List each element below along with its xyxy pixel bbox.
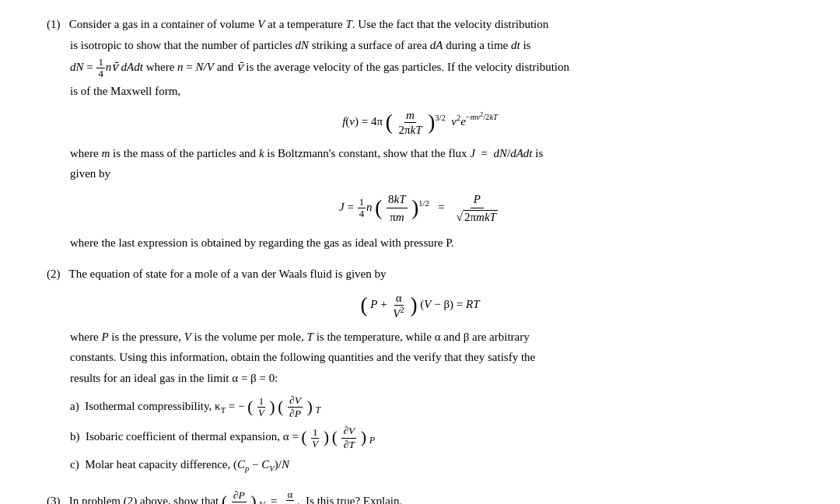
document-content: (1) Consider a gas in a container of vol… <box>47 16 793 504</box>
problem-3: (3) In problem (2) above, show that ( ∂P… <box>47 489 793 504</box>
problem-1-line2: is isotropic to show that the number of … <box>70 37 793 54</box>
problem-1-number: (1) <box>47 18 61 30</box>
problem-1-line6: given by <box>70 165 793 183</box>
problem-1-line3: dN = 14nv̄ dAdt where n = N/V and v̄ is … <box>70 57 793 79</box>
vdw-equation: ( P + α V2 ) (V − β) = RT <box>47 291 793 320</box>
problem-1-line4: is of the Maxwell form, <box>70 82 793 100</box>
sub-c-label: c) Molar heat capacity difference, (Cp −… <box>70 458 289 471</box>
problem-2-line2: where P is the pressure, V is the volume… <box>70 328 793 346</box>
sub-item-b: b) Isobaric coefficient of thermal expan… <box>70 425 793 450</box>
sub-item-c: c) Molar heat capacity difference, (Cp −… <box>70 456 793 475</box>
sub-a-label: a) Isothermal compressibility, κT = − <box>70 400 244 412</box>
j-equation: J = 14n ( 8kT πm )1/2 = P √2πmkT <box>47 191 793 226</box>
problem-2-line1: (2) The equation of state for a mole of … <box>47 265 793 283</box>
problem-1: (1) Consider a gas in a container of vol… <box>47 16 793 251</box>
sub-item-a: a) Isothermal compressibility, κT = − ( … <box>70 394 793 420</box>
problem-3-line1: (3) In problem (2) above, show that ( ∂P… <box>47 489 793 504</box>
fv-equation: f(v) = 4π ( m 2πkT )3/2 v2e−mv2/2kT <box>47 108 793 137</box>
sub-b-label: b) Isobaric coefficient of thermal expan… <box>70 431 299 443</box>
problem-1-line1: (1) Consider a gas in a container of vol… <box>47 16 793 33</box>
problem-2: (2) The equation of state for a mole of … <box>47 265 793 475</box>
problem-1-line5: where m is the mass of the particles and… <box>70 145 793 163</box>
problem-3-number: (3) <box>47 495 61 504</box>
problem-2-line4: results for an ideal gas in the limit α … <box>70 369 793 387</box>
problem-1-line7: where the last expression is obtained by… <box>70 234 793 252</box>
problem-2-number: (2) <box>47 268 61 280</box>
problem-2-line3: constants. Using this information, obtai… <box>70 348 793 366</box>
